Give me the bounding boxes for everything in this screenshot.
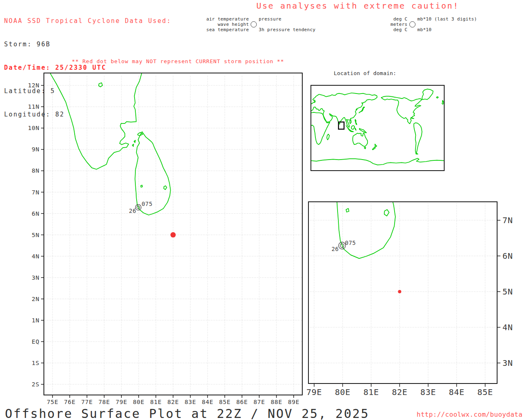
y-axis-label: 3N	[502, 358, 513, 368]
x-axis-label: 87E	[253, 399, 265, 405]
y-axis-label: 6N	[502, 251, 513, 261]
y-axis-label: 7N	[502, 215, 513, 225]
y-axis-label: 2S	[32, 381, 39, 388]
main-map-panel: 75E76E77E78E79E80E81E82E83E84E85E86E87E8…	[28, 73, 302, 405]
x-axis-label: 75E	[47, 399, 58, 405]
x-axis-label: 82E	[392, 387, 407, 397]
x-axis-label: 89E	[288, 399, 299, 405]
station-pressure-value: 075	[345, 240, 356, 246]
y-axis-label: 5N	[502, 287, 513, 297]
y-axis-label: 2N	[32, 296, 39, 302]
y-axis-label: 8N	[32, 167, 39, 174]
x-axis-label: 81E	[150, 399, 162, 405]
station-plot: 07526	[331, 240, 356, 252]
world-map-frame	[311, 85, 444, 171]
storm-position-dot	[171, 232, 176, 237]
x-axis-label: 81E	[363, 387, 379, 397]
zoom-map-panel: 79E80E81E82E83E84E85E7N6N5N4N3N07526	[196, 21, 513, 397]
domain-rectangle	[338, 122, 344, 129]
y-axis-label: 5N	[32, 232, 39, 238]
station-plot: 07526	[129, 201, 153, 214]
x-axis-label: 80E	[335, 387, 350, 397]
y-axis-label: 11N	[28, 103, 39, 110]
map-plot-svg: 75E76E77E78E79E80E81E82E83E84E85E86E87E8…	[0, 0, 525, 420]
x-axis-label: 82E	[167, 399, 179, 405]
y-axis-label: 1S	[32, 360, 39, 366]
x-axis-label: 85E	[219, 399, 231, 405]
x-axis-label: 80E	[133, 399, 144, 405]
y-axis-label: 4N	[502, 322, 513, 332]
x-axis-label: 86E	[236, 399, 248, 405]
x-axis-label: 85E	[477, 387, 493, 397]
y-axis-label: 1N	[32, 317, 39, 324]
y-axis-label: 4N	[32, 253, 39, 260]
x-axis-label: 84E	[449, 387, 464, 397]
y-axis-label: 3N	[32, 274, 39, 281]
y-axis-label: 6N	[32, 210, 39, 217]
x-axis-label: 83E	[185, 399, 196, 405]
buoy-plot-page: NOAA SSD Tropical Cyclone Data Used: Sto…	[0, 0, 525, 420]
zoom-map-frame	[308, 202, 497, 383]
y-axis-label: 12N	[28, 82, 39, 89]
zoom-coastlines	[196, 21, 395, 258]
y-axis-label: 7N	[32, 189, 39, 196]
world-map-panel	[311, 85, 444, 171]
plot-title: Offshore Surface Plot at 22Z / NOV 25, 2…	[5, 406, 369, 420]
world-coastlines	[311, 89, 444, 165]
station-sea-temp-value: 26	[331, 246, 339, 252]
x-axis-label: 79E	[116, 399, 127, 405]
source-url-link[interactable]: http://coolwx.com/buoydata	[410, 411, 523, 418]
x-axis-label: 83E	[420, 387, 436, 397]
y-axis-label: 10N	[28, 125, 39, 131]
x-axis-label: 84E	[202, 399, 213, 405]
x-axis-label: 78E	[98, 399, 110, 405]
y-axis-label: 9N	[32, 146, 39, 153]
x-axis-label: 88E	[271, 399, 282, 405]
station-pressure-value: 075	[142, 201, 153, 207]
y-axis-label: EQ	[32, 338, 39, 345]
x-axis-label: 79E	[306, 387, 322, 397]
storm-position-dot	[398, 290, 401, 293]
station-sea-temp-value: 26	[129, 208, 136, 214]
x-axis-label: 77E	[81, 399, 93, 405]
main-coastlines	[50, 73, 171, 215]
x-axis-label: 76E	[64, 399, 75, 405]
